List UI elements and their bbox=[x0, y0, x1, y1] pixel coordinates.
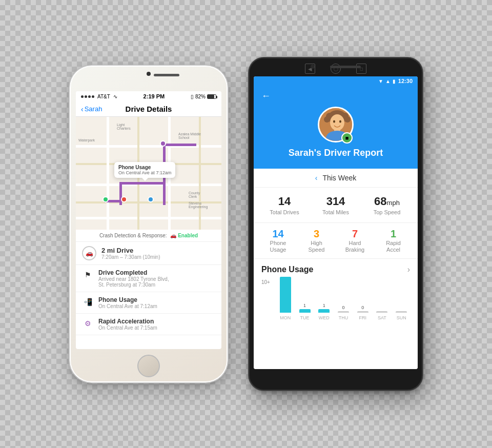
top-speed-label: Top Speed bbox=[361, 209, 413, 215]
event-accel-sub: On Central Ave at 7:15am bbox=[98, 325, 157, 331]
drive-info: 2 mi Drive 7:20am – 7:30am (10min) bbox=[101, 247, 160, 260]
bar-sat bbox=[376, 311, 387, 313]
section-header: Phone Usage › bbox=[261, 265, 410, 274]
drive-title: 2 mi Drive bbox=[101, 247, 160, 254]
bar-fri bbox=[357, 311, 368, 313]
event-completed-title: Drive Completed bbox=[98, 269, 169, 276]
event-completed-sub: Arrived near 1802 Tyrone Blvd,St. Peters… bbox=[98, 276, 169, 288]
stat-total-drives: 14 Total Drives bbox=[259, 195, 310, 215]
android-camera bbox=[311, 65, 315, 69]
bar-day-sat: SAT bbox=[378, 315, 386, 320]
section-title: Phone Usage bbox=[261, 265, 313, 274]
drive-header: 🚗 2 mi Drive 7:20am – 7:30am (10min) bbox=[76, 242, 221, 265]
stat-top-speed: 68mph Top Speed bbox=[361, 195, 413, 215]
bar-sun bbox=[396, 311, 407, 313]
back-arrow-icon: ‹ bbox=[81, 105, 84, 113]
android-screen: ▼ ▲ ▮ 12:30 ← bbox=[254, 76, 418, 369]
tooltip-title: Phone Usage bbox=[118, 165, 171, 170]
alert-hard-braking: 7 HardBraking bbox=[336, 228, 374, 253]
bar-value-label-tue: 1 bbox=[303, 303, 306, 308]
android-top-bar bbox=[311, 65, 361, 69]
android-avatar-container: ■ Sarah's Driver Report bbox=[261, 107, 410, 158]
bar-day-sun: SUN bbox=[397, 315, 406, 320]
bar-group-sat: SAT bbox=[374, 310, 391, 320]
wifi-icon: ▼ bbox=[378, 78, 383, 84]
checkered-flag-icon: ⚑ bbox=[82, 269, 93, 280]
bar-group-thu: 0THU bbox=[335, 305, 352, 320]
signal-dots bbox=[81, 95, 94, 98]
time-label: 2:19 PM bbox=[144, 93, 165, 99]
shield-badge: ■ bbox=[341, 132, 353, 144]
driver-name: Sarah's Driver Report bbox=[289, 148, 383, 158]
hard-braking-label: HardBraking bbox=[336, 240, 374, 253]
tooltip-sub: On Central Ave at 7:12am bbox=[118, 170, 171, 175]
high-speed-label: HighSpeed bbox=[297, 240, 336, 253]
stats-row: 14 Total Drives 314 Total Miles 68mph bbox=[254, 188, 418, 223]
map-label-4: CountyClerk bbox=[189, 191, 200, 198]
rapid-accel-count: 1 bbox=[374, 228, 413, 240]
map-label-1: Waterpark bbox=[78, 138, 95, 142]
battery-label: 82% bbox=[195, 94, 206, 99]
rapid-accel-label: RapidAccel bbox=[374, 240, 413, 253]
bar-tue bbox=[299, 309, 311, 313]
android-back-button[interactable]: ← bbox=[261, 91, 271, 101]
bar-group-mon: MON bbox=[277, 276, 294, 320]
bar-group-sun: SUN bbox=[393, 310, 410, 320]
total-drives-value: 14 bbox=[259, 195, 310, 208]
top-speed-value: 68mph bbox=[361, 195, 413, 208]
bar-value-label-fri: 0 bbox=[361, 305, 364, 310]
total-miles-label: Total Miles bbox=[310, 209, 361, 215]
android-bottom-bar: ◀ ◯ ◻ bbox=[250, 58, 422, 79]
wifi-icon: ∿ bbox=[113, 94, 117, 99]
hard-braking-count: 7 bbox=[336, 228, 374, 240]
map-tooltip: Phone Usage On Central Ave at 7:12am bbox=[114, 162, 175, 178]
y-axis-label: 10+ bbox=[261, 279, 270, 285]
svg-point-6 bbox=[330, 114, 344, 131]
crash-detection-bar: Crash Detection & Response: 🚗 Enabled bbox=[76, 230, 221, 242]
android-device: ▼ ▲ ▮ 12:30 ← bbox=[249, 57, 423, 391]
alerts-row: 14 PhoneUsage 3 HighSpeed 7 HardBraking … bbox=[254, 223, 418, 259]
android-content: ‹ This Week 14 Total Drives 314 bbox=[254, 169, 418, 369]
bar-value-label-wed: 1 bbox=[323, 303, 325, 308]
bars-container: MON1TUE1WED0THU0FRISATSUN bbox=[277, 279, 410, 320]
drive-events-list: ⚑ Drive Completed Arrived near 1802 Tyro… bbox=[76, 265, 221, 349]
iphone-home-button[interactable] bbox=[137, 355, 160, 377]
bar-group-tue: 1TUE bbox=[296, 303, 314, 320]
bar-value-label-thu: 0 bbox=[342, 305, 345, 310]
iphone-status-bar: AT&T ∿ 2:19 PM ▯ 82% bbox=[76, 91, 221, 101]
iphone-nav-bar: ‹ Sarah Drive Details bbox=[76, 101, 221, 117]
android-frame: ▼ ▲ ▮ 12:30 ← bbox=[249, 57, 423, 391]
iphone-frame: AT&T ∿ 2:19 PM ▯ 82% ‹ Sarah bbox=[69, 65, 228, 383]
week-nav: ‹ This Week bbox=[254, 169, 418, 188]
crash-status: Enabled bbox=[178, 233, 198, 238]
phone-usage-label: PhoneUsage bbox=[259, 240, 297, 253]
high-speed-count: 3 bbox=[297, 228, 336, 240]
bar-thu bbox=[338, 311, 349, 313]
drive-icon: 🚗 bbox=[82, 246, 96, 260]
battery-icon: ▮ bbox=[393, 78, 396, 84]
bar-day-wed: WED bbox=[319, 315, 330, 320]
bar-group-wed: 1WED bbox=[315, 303, 333, 320]
event-accel: ⚙ Rapid Acceleration On Central Ave at 7… bbox=[76, 314, 221, 335]
iphone-device: AT&T ∿ 2:19 PM ▯ 82% ‹ Sarah bbox=[69, 65, 228, 383]
bluetooth-icon: ▯ bbox=[191, 94, 194, 99]
event-phone-title: Phone Usage bbox=[98, 296, 157, 303]
iphone-map[interactable]: Waterpark LightCharters Azalea MiddleSch… bbox=[76, 117, 221, 230]
stat-total-miles: 314 Total Miles bbox=[310, 195, 361, 215]
android-time: 12:30 bbox=[398, 78, 413, 84]
bar-day-fri: FRI bbox=[359, 315, 366, 320]
week-prev-arrow[interactable]: ‹ bbox=[315, 174, 318, 182]
car-icon: 🚗 bbox=[170, 233, 176, 238]
svg-point-4 bbox=[324, 116, 330, 123]
back-button[interactable]: ‹ Sarah bbox=[81, 105, 102, 113]
android-header-top: ← bbox=[261, 91, 410, 101]
map-label-5: StevensEngineering bbox=[189, 201, 208, 209]
carrier-label: AT&T bbox=[97, 94, 110, 99]
alert-high-speed: 3 HighSpeed bbox=[297, 228, 336, 253]
section-nav-arrow[interactable]: › bbox=[407, 265, 410, 274]
phone-usage-count: 14 bbox=[259, 228, 297, 240]
accel-icon: ⚙ bbox=[82, 318, 93, 329]
event-phone-sub: On Central Ave at 7:12am bbox=[98, 303, 157, 309]
bar-wed bbox=[318, 309, 330, 313]
tooltip-arrow bbox=[142, 178, 148, 181]
